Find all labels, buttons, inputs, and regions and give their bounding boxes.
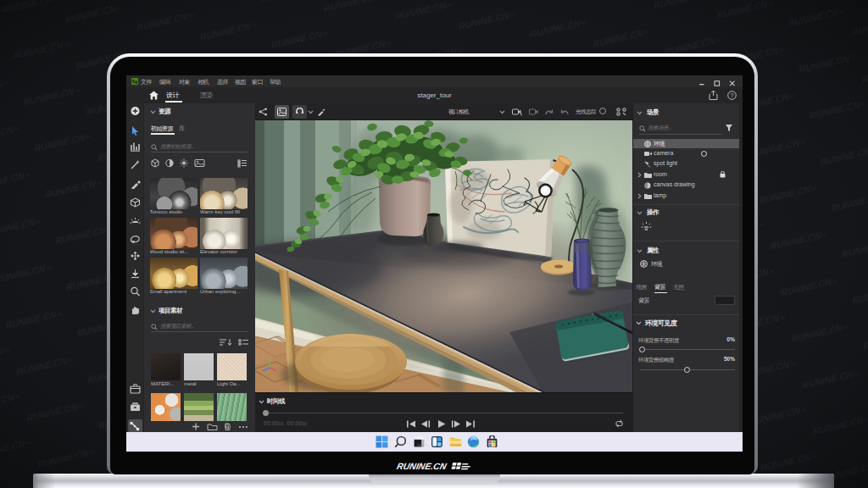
svg-text:RUNINE.CN: RUNINE.CN [396,461,448,471]
svg-text:K: K [520,113,522,117]
svg-text:?: ? [731,92,734,98]
